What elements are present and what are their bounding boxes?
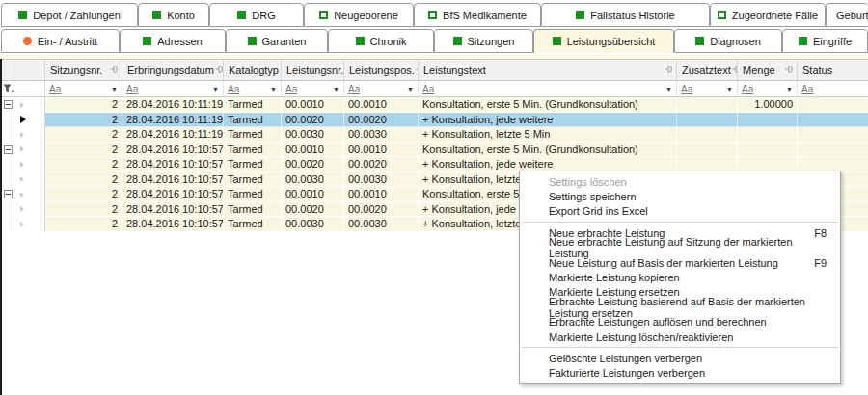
- tab-zugeordnete-faelle[interactable]: Zugeordnete Fälle: [710, 3, 826, 27]
- column-header-status[interactable]: Status: [798, 60, 868, 80]
- filter-leistungsnr[interactable]: Aa▼: [282, 81, 344, 96]
- cell-leistungspos[interactable]: 00.0030: [344, 217, 419, 232]
- pin-column-icon[interactable]: [109, 65, 119, 76]
- filter-dropdown-icon[interactable]: ▼: [726, 86, 733, 92]
- tab-neugeborene[interactable]: Neugeborene: [304, 3, 414, 27]
- column-header-zusatztext[interactable]: Zusatztext: [677, 60, 738, 80]
- menu-item-erbrachte-leistung-basierend-ersetzen[interactable]: Erbrachte Leistung basierend auf Basis d…: [520, 300, 840, 314]
- filter-leistungspos[interactable]: Aa▼: [344, 81, 419, 96]
- cell-erbringungsdatum[interactable]: 28.04.2016 10:10:57: [122, 172, 224, 188]
- cell-leistungspos[interactable]: 00.0020: [344, 113, 419, 128]
- cell-leistungspos[interactable]: 00.0010: [344, 97, 419, 113]
- filter-dropdown-icon[interactable]: ▼: [212, 86, 219, 92]
- cell-katalogtyp[interactable]: Tarmed: [224, 97, 282, 113]
- collapse-group-icon[interactable]: [4, 100, 13, 109]
- filter-dropdown-icon[interactable]: ▼: [407, 86, 414, 92]
- menu-item-neue-erbrachte-leistung-auf-sitzung[interactable]: Neue erbrachte Leistung auf Sitzung der …: [520, 241, 840, 255]
- menu-item-leistung-loeschen-reaktivieren[interactable]: Markierte Leistung löschen/reaktivieren: [520, 329, 840, 344]
- filter-aa-toggle[interactable]: Aa: [126, 84, 138, 94]
- tab-garanten[interactable]: Garanten: [226, 29, 328, 53]
- filter-leistungstext[interactable]: Aa▼: [419, 81, 677, 96]
- filter-aa-toggle[interactable]: Aa: [228, 84, 239, 94]
- cell-sitzungsnr[interactable]: 2: [45, 172, 122, 188]
- cell-leistungspos[interactable]: 00.0010: [344, 187, 419, 202]
- cell-sitzungsnr[interactable]: 2: [45, 157, 122, 172]
- cell-leistungsnr[interactable]: 00.0030: [282, 172, 344, 188]
- column-header-leistungspos[interactable]: Leistungspos.: [344, 60, 419, 80]
- filter-menge[interactable]: Aa▼: [738, 81, 798, 96]
- cell-leistungspos[interactable]: 00.0030: [344, 127, 419, 143]
- menu-item-fakturierte-leistungen-verbergen[interactable]: Fakturierte Leistungen verbergen: [520, 366, 840, 381]
- filter-dropdown-icon[interactable]: ▼: [333, 86, 339, 92]
- cell-katalogtyp[interactable]: Tarmed: [224, 172, 282, 188]
- table-row-selected[interactable]: 2 28.04.2016 10:11:19 Tarmed 00.0020 00.…: [2, 113, 868, 128]
- cell-leistungsnr[interactable]: 00.0020: [282, 202, 344, 218]
- tab-leistungsuebersicht-selected[interactable]: Leistungsübersicht: [533, 29, 674, 53]
- column-header-leistungstext[interactable]: Leistungstext: [419, 60, 677, 80]
- cell-leistungsnr[interactable]: 00.0030: [282, 127, 344, 143]
- cell-erbringungsdatum[interactable]: 28.04.2016 10:10:57: [122, 187, 224, 202]
- cell-leistungspos[interactable]: 00.0020: [344, 202, 419, 218]
- tab-ein-austritt[interactable]: Ein- / Austritt: [1, 29, 120, 53]
- table-row[interactable]: 2 28.04.2016 10:10:57 Tarmed 00.0010 00.…: [2, 143, 868, 158]
- collapse-group-icon[interactable]: [4, 190, 13, 198]
- cell-leistungspos[interactable]: 00.0030: [344, 172, 419, 188]
- cell-leistungstext[interactable]: + Konsultation, jede weitere: [419, 113, 677, 128]
- filter-sitzungsnr[interactable]: Aa▼: [45, 81, 122, 96]
- cell-zusatztext[interactable]: [677, 113, 738, 128]
- tab-adressen[interactable]: Adressen: [120, 29, 226, 53]
- filter-dropdown-icon[interactable]: ▼: [111, 86, 118, 92]
- cell-katalogtyp[interactable]: Tarmed: [224, 217, 282, 232]
- tab-drg[interactable]: DRG: [209, 3, 304, 27]
- cell-zusatztext[interactable]: [677, 143, 738, 158]
- cell-sitzungsnr[interactable]: 2: [45, 97, 122, 113]
- filter-aa-toggle[interactable]: Aa: [681, 84, 692, 94]
- filter-aa-toggle[interactable]: Aa: [422, 84, 434, 94]
- cell-leistungspos[interactable]: 00.0020: [344, 157, 419, 172]
- cell-katalogtyp[interactable]: Tarmed: [224, 127, 282, 143]
- cell-katalogtyp[interactable]: Tarmed: [224, 113, 282, 128]
- cell-erbringungsdatum[interactable]: 28.04.2016 10:11:19: [122, 127, 224, 143]
- cell-status[interactable]: [798, 143, 868, 158]
- cell-leistungsnr[interactable]: 00.0020: [282, 157, 344, 172]
- tab-eingriffe[interactable]: Eingriffe: [782, 29, 868, 53]
- tab-geburts[interactable]: Geburts: [826, 3, 868, 27]
- menu-item-geloeschte-leistungen-verbergen[interactable]: Gelöschte Leistungen verbergen: [520, 351, 840, 365]
- pin-column-icon[interactable]: [664, 65, 673, 76]
- cell-leistungsnr[interactable]: 00.0010: [282, 187, 344, 202]
- cell-katalogtyp[interactable]: Tarmed: [224, 202, 282, 218]
- filter-katalogtyp[interactable]: Aa▼: [224, 81, 282, 96]
- menu-item-leistung-kopieren[interactable]: Markierte Leistung kopieren: [520, 270, 840, 284]
- cell-status[interactable]: [798, 97, 868, 113]
- cell-menge[interactable]: [738, 143, 798, 158]
- cell-menge[interactable]: [738, 113, 798, 128]
- filter-funnel-cell[interactable]: [2, 81, 14, 96]
- cell-erbringungsdatum[interactable]: 28.04.2016 10:10:57: [122, 217, 224, 232]
- cell-leistungstext[interactable]: + Konsultation, letzte 5 Min: [419, 127, 677, 143]
- filter-dropdown-icon[interactable]: ▼: [270, 86, 277, 92]
- tab-sitzungen[interactable]: Sitzungen: [434, 29, 533, 53]
- collapse-group-icon[interactable]: [4, 145, 13, 154]
- cell-erbringungsdatum[interactable]: 28.04.2016 10:10:57: [122, 157, 224, 172]
- column-header-katalogtyp[interactable]: Katalogtyp: [224, 60, 282, 80]
- tab-konto[interactable]: Konto: [138, 3, 209, 27]
- cell-erbringungsdatum[interactable]: 28.04.2016 10:10:57: [122, 202, 224, 218]
- cell-leistungstext[interactable]: Konsultation, erste 5 Min. (Grundkonsult…: [419, 97, 677, 113]
- cell-status[interactable]: [798, 127, 868, 143]
- cell-erbringungsdatum[interactable]: 28.04.2016 10:11:19: [122, 113, 224, 128]
- cell-sitzungsnr[interactable]: 2: [45, 127, 122, 143]
- cell-leistungsnr[interactable]: 00.0010: [282, 143, 344, 158]
- tab-depot-zahlungen[interactable]: Depot / Zahlungen: [1, 3, 138, 27]
- tab-fallstatus-historie[interactable]: Fallstatus Historie: [541, 3, 710, 27]
- pin-column-icon[interactable]: [214, 65, 224, 76]
- table-row[interactable]: 2 28.04.2016 10:11:19 Tarmed 00.0030 00.…: [2, 127, 868, 143]
- cell-leistungspos[interactable]: 00.0010: [344, 143, 419, 158]
- cell-leistungstext[interactable]: Konsultation, erste 5 Min. (Grundkonsult…: [419, 143, 677, 158]
- filter-status[interactable]: Aa: [798, 81, 868, 96]
- cell-leistungsnr[interactable]: 00.0030: [282, 217, 344, 232]
- group-toggle-cell[interactable]: [2, 187, 14, 202]
- cell-sitzungsnr[interactable]: 2: [45, 217, 122, 232]
- table-row[interactable]: 2 28.04.2016 10:11:19 Tarmed 00.0010 00.…: [2, 97, 868, 113]
- cell-status[interactable]: [798, 113, 868, 128]
- menu-item-settings-speichern[interactable]: Settings speichern: [520, 189, 840, 203]
